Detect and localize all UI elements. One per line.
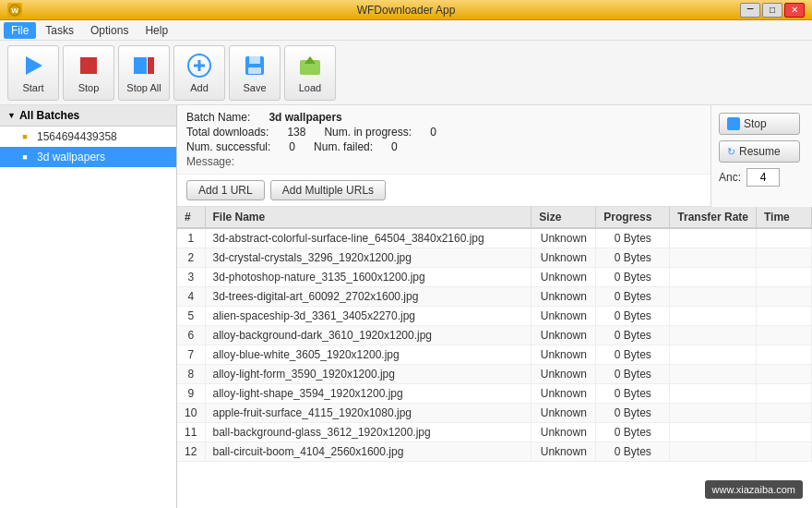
table-row[interactable]: 8 alloy-light-form_3590_1920x1200.jpg Un…	[177, 365, 812, 384]
add-button[interactable]: Add	[173, 45, 225, 101]
sidebar-item-batch2[interactable]: ■ 3d wallpapers	[0, 147, 176, 167]
cell-transfer	[670, 423, 757, 442]
stop-all-button[interactable]: Stop All	[118, 45, 170, 101]
batch-info-area: Batch Name: 3d wallpapers Total download…	[177, 105, 710, 207]
num-in-progress-label: Num. in progress:	[324, 126, 412, 139]
add-icon	[186, 53, 212, 79]
cell-num: 9	[177, 384, 205, 404]
add-multiple-urls-button[interactable]: Add Multiple URLs	[270, 180, 386, 200]
cell-time	[757, 326, 812, 345]
title-bar-buttons: – □ ✕	[740, 3, 805, 18]
stop-all-icon	[131, 53, 157, 79]
svg-rect-11	[248, 67, 261, 74]
watermark: www.xiazaiba.com	[705, 480, 803, 499]
num-successful-value: 0	[289, 140, 295, 153]
menu-options[interactable]: Options	[83, 22, 136, 39]
cell-num: 10	[177, 404, 205, 423]
cell-size: Unknown	[531, 248, 596, 268]
cell-time	[757, 365, 812, 384]
title-bar: W WFDownloader App – □ ✕	[0, 0, 812, 20]
cell-num: 11	[177, 423, 205, 442]
cell-transfer	[670, 365, 757, 384]
right-controls: Stop ↻ Resume Anc:	[710, 105, 812, 207]
sidebar: ▼ All Batches ■ 1564694439358 ■ 3d wallp…	[0, 105, 177, 508]
cell-num: 2	[177, 248, 205, 268]
main-area: ▼ All Batches ■ 1564694439358 ■ 3d wallp…	[0, 105, 812, 508]
cell-time	[757, 345, 812, 365]
menu-tasks[interactable]: Tasks	[38, 22, 81, 39]
cell-time	[757, 423, 812, 442]
cell-size: Unknown	[531, 287, 596, 307]
cell-transfer	[670, 287, 757, 307]
svg-text:W: W	[11, 6, 18, 15]
menu-help[interactable]: Help	[137, 22, 175, 39]
cell-transfer	[670, 326, 757, 345]
cell-progress: 0 Bytes	[596, 326, 670, 345]
table-row[interactable]: 6 alloy-background-dark_3610_1920x1200.j…	[177, 326, 812, 345]
cell-time	[757, 248, 812, 268]
total-downloads-value: 138	[287, 126, 305, 139]
cell-progress: 0 Bytes	[596, 384, 670, 404]
col-header-num: #	[177, 207, 205, 228]
cell-size: Unknown	[531, 345, 596, 365]
svg-rect-4	[134, 57, 147, 74]
minimize-button[interactable]: –	[740, 3, 760, 18]
table-row[interactable]: 4 3d-trees-digital-art_60092_2702x1600.j…	[177, 287, 812, 307]
anc-row: Anc:	[719, 168, 805, 187]
menu-bar: File Tasks Options Help	[0, 20, 812, 41]
cell-transfer	[670, 404, 757, 423]
table-row[interactable]: 2 3d-crystal-crystals_3296_1920x1200.jpg…	[177, 248, 812, 268]
cell-num: 8	[177, 365, 205, 384]
cell-time	[757, 384, 812, 404]
app-icon: W	[7, 3, 22, 18]
cell-filename: 3d-crystal-crystals_3296_1920x1200.jpg	[205, 248, 531, 268]
stop-button[interactable]: Stop	[63, 45, 114, 101]
load-button[interactable]: Load	[284, 45, 336, 101]
cell-size: Unknown	[531, 307, 596, 326]
cell-num: 6	[177, 326, 205, 345]
table-row[interactable]: 9 alloy-light-shape_3594_1920x1200.jpg U…	[177, 384, 812, 404]
right-stop-button[interactable]: Stop	[719, 113, 800, 135]
cell-transfer	[670, 268, 757, 287]
table-row[interactable]: 5 alien-spaceship-3d_3361_3405x2270.jpg …	[177, 307, 812, 326]
maximize-button[interactable]: □	[762, 3, 782, 18]
save-button[interactable]: Save	[229, 45, 281, 101]
stats-row2: Num. successful: 0 Num. failed: 0	[186, 140, 701, 153]
cell-size: Unknown	[531, 423, 596, 442]
right-resume-button[interactable]: ↻ Resume	[719, 140, 800, 163]
start-button[interactable]: Start	[7, 45, 59, 101]
svg-rect-10	[249, 56, 260, 64]
cell-filename: alloy-light-shape_3594_1920x1200.jpg	[205, 384, 531, 404]
table-row[interactable]: 1 3d-abstract-colorful-surface-line_6450…	[177, 228, 812, 248]
cell-progress: 0 Bytes	[596, 423, 670, 442]
cell-size: Unknown	[531, 404, 596, 423]
cell-transfer	[670, 248, 757, 268]
cell-num: 3	[177, 268, 205, 287]
sidebar-item-batch1[interactable]: ■ 1564694439358	[0, 127, 176, 147]
num-failed-label: Num. failed:	[314, 140, 373, 153]
file-table-container: # File Name Size Progress Transfer Rate …	[177, 207, 812, 508]
table-row[interactable]: 7 alloy-blue-white_3605_1920x1200.jpg Un…	[177, 345, 812, 365]
close-button[interactable]: ✕	[784, 3, 805, 18]
message-row: Message:	[186, 155, 701, 168]
right-stop-icon	[727, 117, 740, 130]
svg-marker-2	[26, 56, 42, 75]
cell-progress: 0 Bytes	[596, 268, 670, 287]
table-row[interactable]: 11 ball-background-glass_3612_1920x1200.…	[177, 423, 812, 442]
cell-filename: alloy-light-form_3590_1920x1200.jpg	[205, 365, 531, 384]
cell-progress: 0 Bytes	[596, 404, 670, 423]
cell-progress: 0 Bytes	[596, 365, 670, 384]
cell-time	[757, 268, 812, 287]
cell-filename: alien-spaceship-3d_3361_3405x2270.jpg	[205, 307, 531, 326]
table-row[interactable]: 12 ball-circuit-boom_4104_2560x1600.jpg …	[177, 442, 812, 462]
add-1-url-button[interactable]: Add 1 URL	[186, 180, 265, 200]
cell-time	[757, 307, 812, 326]
cell-filename: 3d-abstract-colorful-surface-line_64504_…	[205, 228, 531, 248]
menu-file[interactable]: File	[4, 22, 36, 39]
col-header-filename: File Name	[205, 207, 531, 228]
anc-input[interactable]	[746, 168, 780, 187]
table-row[interactable]: 10 apple-fruit-surface_4115_1920x1080.jp…	[177, 404, 812, 423]
toolbar: Start Stop Stop All Add Save	[0, 41, 812, 105]
cell-filename: ball-circuit-boom_4104_2560x1600.jpg	[205, 442, 531, 462]
table-row[interactable]: 3 3d-photoshop-nature_3135_1600x1200.jpg…	[177, 268, 812, 287]
